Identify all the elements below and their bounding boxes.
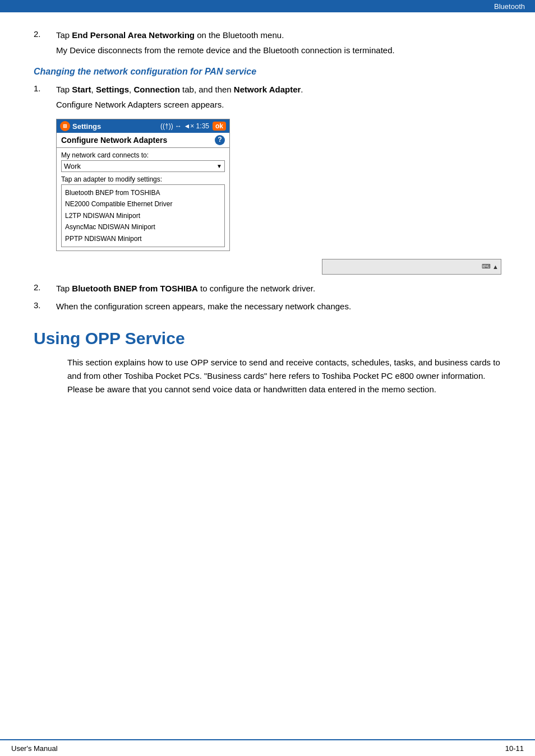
bottom-left-label: User's Manual xyxy=(11,744,58,753)
device-status-area: ((†)) ↔ ◄× 1:35 ok xyxy=(160,122,226,131)
step2-rest1: tab, and then xyxy=(180,85,234,94)
step3-bold: Bluetooth BNEP from TOSHIBA xyxy=(72,284,197,293)
step-text-1: Tap End Personal Area Networking on the … xyxy=(56,29,395,57)
step2-bold3: Connection xyxy=(133,85,180,94)
step2-bold1: Start xyxy=(72,85,91,94)
keyboard-bar: ⌨ ▲ xyxy=(322,259,501,275)
chevron-down-icon: ▼ xyxy=(216,163,222,169)
device-screenshot: ⊞ Settings ((†)) ↔ ◄× 1:35 ok Configure … xyxy=(56,119,230,251)
keyboard-icon[interactable]: ⌨ xyxy=(482,263,491,270)
device-adapter-list: Bluetooth BNEP from TOSHIBA NE2000 Compa… xyxy=(61,184,225,247)
keyboard-strip: ⌨ ▲ xyxy=(34,259,501,275)
device-body: My network card connects to: Work ▼ Tap … xyxy=(57,148,229,251)
step2-comma1: , xyxy=(91,85,96,94)
step2-rest2: . xyxy=(301,85,303,94)
device-help-button[interactable]: ? xyxy=(215,135,225,145)
step-number-4: 3. xyxy=(34,300,56,313)
step-number-2: 1. xyxy=(34,84,56,111)
step-item-3: 2. Tap Bluetooth BNEP from TOSHIBA to co… xyxy=(34,282,501,295)
device-header-title: Configure Network Adapters xyxy=(61,136,167,145)
section-heading: Changing the network configuration for P… xyxy=(34,67,501,77)
device-label2: Tap an adapter to modify settings: xyxy=(61,175,225,183)
adapter-item-2[interactable]: L2TP NDISWAN Miniport xyxy=(65,210,221,221)
device-titlebar: ⊞ Settings ((†)) ↔ ◄× 1:35 ok xyxy=(57,119,229,133)
device-title: Settings xyxy=(72,122,101,131)
step-item-1: 2. Tap End Personal Area Networking on t… xyxy=(34,29,501,57)
step1-sub: My Device disconnects from the remote de… xyxy=(56,44,395,57)
top-bar-label: Bluetooth xyxy=(494,2,525,11)
step-text-4: When the configuration screen appears, m… xyxy=(56,300,351,313)
step2-bold4: Network Adapter xyxy=(234,85,301,94)
opp-body: This section explains how to use OPP ser… xyxy=(67,356,501,396)
step2-sub: Configure Network Adapters screen appear… xyxy=(56,99,303,112)
step2-tap: Tap xyxy=(56,85,72,94)
step1-prefix: Tap xyxy=(56,30,72,40)
adapter-item-1[interactable]: NE2000 Compatible Ethernet Driver xyxy=(65,198,221,210)
device-ok-button[interactable]: ok xyxy=(213,122,226,131)
step-item-4: 3. When the configuration screen appears… xyxy=(34,300,501,313)
adapter-item-4[interactable]: PPTP NDISWAN Miniport xyxy=(65,233,221,244)
step1-rest: on the Bluetooth menu. xyxy=(195,30,284,40)
step-item-2: 1. Tap Start, Settings, Connection tab, … xyxy=(34,84,501,111)
step3-rest: to configure the network driver. xyxy=(198,284,315,293)
step2-bold2: Settings xyxy=(96,85,129,94)
step-number-3: 2. xyxy=(34,282,56,295)
adapter-item-0[interactable]: Bluetooth BNEP from TOSHIBA xyxy=(65,187,221,198)
step-text-3: Tap Bluetooth BNEP from TOSHIBA to confi… xyxy=(56,282,315,295)
top-bar: Bluetooth xyxy=(0,0,535,12)
step-number-1: 2. xyxy=(34,29,56,57)
device-header-bar: Configure Network Adapters ? xyxy=(57,133,229,148)
opp-heading: Using OPP Service xyxy=(34,329,501,348)
device-dropdown[interactable]: Work ▼ xyxy=(61,160,225,172)
device-label1: My network card connects to: xyxy=(61,151,225,159)
step-text-2: Tap Start, Settings, Connection tab, and… xyxy=(56,84,303,111)
keyboard-arrow-icon: ▲ xyxy=(492,263,499,270)
bottom-right-label: 10-11 xyxy=(505,744,524,753)
step1-bold: End Personal Area Networking xyxy=(72,30,195,40)
device-dropdown-value: Work xyxy=(64,162,81,170)
step3-prefix: Tap xyxy=(56,284,72,293)
adapter-item-3[interactable]: AsyncMac NDISWAN Miniport xyxy=(65,221,221,233)
device-titlebar-left: ⊞ Settings xyxy=(60,121,101,131)
bottom-bar: User's Manual 10-11 xyxy=(0,739,535,756)
main-content: 2. Tap End Personal Area Networking on t… xyxy=(0,12,535,413)
device-logo-icon: ⊞ xyxy=(60,121,70,131)
device-status-icons: ((†)) ↔ ◄× 1:35 xyxy=(160,122,209,130)
